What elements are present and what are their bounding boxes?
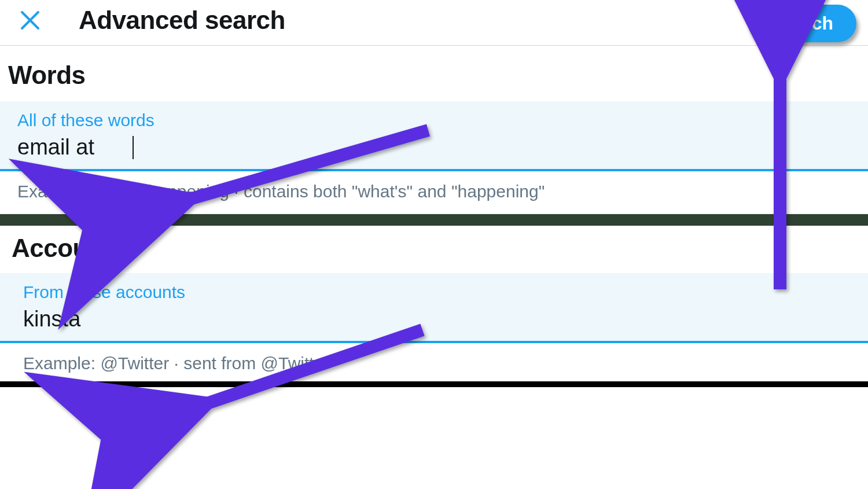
all-words-input[interactable] bbox=[17, 134, 136, 163]
section-divider bbox=[0, 214, 868, 226]
from-accounts-field-block[interactable]: From these accounts bbox=[0, 273, 868, 343]
search-button[interactable]: Search bbox=[748, 5, 856, 42]
from-accounts-example: Example: @Twitter · sent from @Twitter bbox=[0, 343, 868, 381]
text-caret bbox=[133, 136, 134, 159]
modal-header: Advanced search Search bbox=[0, 0, 868, 46]
all-words-example: Example: what's happening · contains bot… bbox=[0, 171, 868, 214]
section-accounts: Accounts From these accounts Example: @T… bbox=[0, 226, 868, 381]
bottom-border bbox=[0, 381, 868, 387]
all-words-field-block[interactable]: All of these words bbox=[0, 101, 868, 171]
accounts-heading: Accounts bbox=[0, 226, 868, 273]
section-words: Words All of these words Example: what's… bbox=[0, 46, 868, 214]
from-accounts-label: From these accounts bbox=[23, 282, 859, 302]
from-accounts-input[interactable] bbox=[23, 306, 859, 335]
close-icon[interactable] bbox=[16, 6, 44, 34]
page-title: Advanced search bbox=[79, 6, 285, 35]
words-heading: Words bbox=[0, 46, 868, 101]
all-words-label: All of these words bbox=[17, 111, 859, 130]
